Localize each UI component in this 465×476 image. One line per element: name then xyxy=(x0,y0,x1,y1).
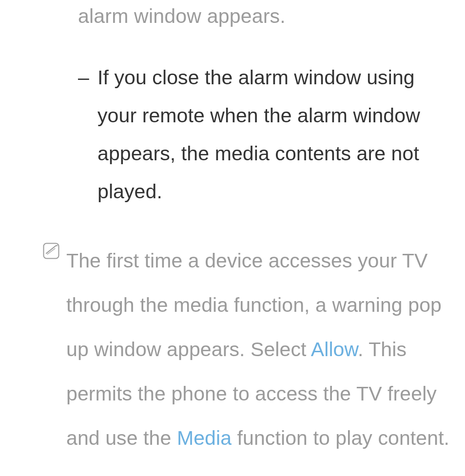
link-media[interactable]: Media xyxy=(177,427,232,449)
bullet-dash: – xyxy=(78,58,97,96)
note-icon xyxy=(43,243,59,259)
note-text-post: function to play content. xyxy=(232,427,449,449)
fragment-previous-page-tail: alarm window appears. xyxy=(78,5,286,28)
link-allow[interactable]: Allow xyxy=(311,338,358,361)
note-text: The first time a device accesses your TV… xyxy=(66,239,457,460)
bullet-text: If you close the alarm window using your… xyxy=(97,58,453,210)
note-block: The first time a device accesses your TV… xyxy=(43,239,457,460)
bullet-item: – If you close the alarm window using yo… xyxy=(78,58,453,210)
